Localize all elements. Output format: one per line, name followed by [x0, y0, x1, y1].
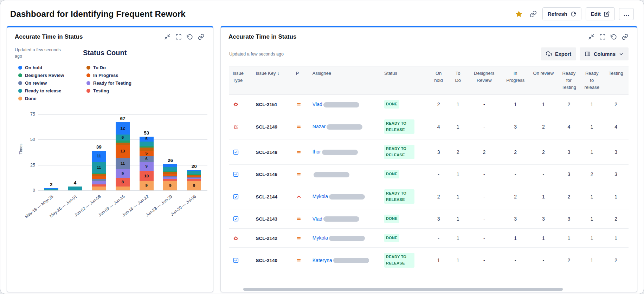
legend-item[interactable]: Done — [18, 96, 77, 101]
task-icon — [233, 171, 239, 177]
legend-item[interactable]: Ready to release — [18, 88, 77, 93]
task-icon — [233, 257, 239, 263]
status-count-cell: 3 — [428, 209, 449, 229]
y-tick-label: 50 — [23, 137, 35, 142]
segment-value-label: 9 — [122, 172, 124, 176]
column-header-designers-review[interactable]: Designers Review — [467, 66, 501, 95]
gadget-link-icon[interactable] — [621, 33, 629, 41]
status-count-cell: 2 — [529, 114, 558, 139]
column-header-on-review[interactable]: On review — [529, 66, 558, 95]
status-count-cell: 2 — [449, 139, 467, 165]
share-link-icon[interactable] — [528, 9, 538, 19]
y-tick-label: 25 — [23, 163, 35, 168]
segment-value-label: 11 — [97, 154, 101, 158]
assignee-link[interactable]: Nazar — [313, 124, 326, 129]
table-row: SCL-2142MykolaDONE-1-11111 — [229, 228, 629, 248]
fullscreen-icon[interactable] — [174, 33, 183, 41]
assignee-link[interactable]: Vlad — [313, 102, 322, 107]
status-count-cell: 1 — [580, 209, 603, 229]
issue-key: SCL-2149 — [256, 124, 277, 130]
status-count-cell: 3 — [558, 165, 580, 184]
segment-value-label: 10 — [144, 174, 149, 178]
assignee-link[interactable]: Ihor — [313, 149, 321, 155]
assignee-link[interactable]: Vlad — [313, 216, 322, 222]
bar: 4 — [63, 180, 87, 191]
column-header-assignee[interactable]: Assignee — [309, 66, 381, 95]
status-count-cell: 1 — [449, 95, 467, 114]
status-count-cell: - — [467, 184, 501, 209]
bar-segment: 11 — [92, 151, 106, 162]
fullscreen-icon[interactable] — [598, 33, 607, 41]
legend-label: Done — [25, 96, 37, 101]
column-header-testing[interactable]: Testing — [603, 66, 629, 95]
gadget-link-icon[interactable] — [197, 33, 205, 41]
panel-chart: Accurate Time in Status Updated a few se… — [7, 26, 213, 292]
bar-segment — [68, 187, 82, 191]
bar-total-label: 26 — [168, 158, 173, 163]
edit-pencil-icon — [604, 11, 610, 17]
bars-container: 2439111167891113612539109655269209 — [38, 109, 207, 190]
legend-item[interactable]: In Progress — [86, 73, 131, 78]
priority-medium-icon — [296, 124, 302, 130]
legend-label: Testing — [93, 88, 109, 93]
reload-gadget-icon[interactable] — [610, 33, 618, 41]
redacted-text — [333, 258, 369, 263]
segment-value-label: 11 — [121, 162, 125, 166]
panels-row: Accurate Time in Status Updated a few se… — [0, 25, 644, 294]
column-header-issue-type[interactable]: Issue Type — [229, 66, 252, 95]
bar-segment: 9 — [187, 181, 201, 190]
issue-key: SCL-2146 — [256, 172, 277, 177]
redacted-text — [329, 236, 365, 241]
legend-item[interactable]: To Do — [86, 65, 131, 70]
legend-dot — [86, 81, 90, 85]
task-icon — [233, 194, 239, 200]
collapse-icon[interactable] — [587, 33, 595, 41]
table-row: SCL-2151VladDONE21-11212 — [229, 95, 629, 114]
bar-total-label: 4 — [74, 180, 77, 185]
column-header-ready-to-release[interactable]: Ready to release — [580, 66, 603, 95]
legend-label: Designers Review — [25, 73, 64, 78]
scrollbar-thumb[interactable] — [243, 288, 563, 291]
status-count-cell: 2 — [501, 139, 529, 165]
assignee-link[interactable]: Kateryna — [313, 257, 332, 263]
horizontal-scrollbar[interactable] — [229, 288, 629, 291]
column-header-ready-for-testing[interactable]: Ready for Testing — [558, 66, 580, 95]
column-header-issue-key[interactable]: Issue Key↓ — [252, 66, 292, 95]
column-header-p[interactable]: P — [292, 66, 309, 95]
status-count-cell: 1 — [529, 95, 558, 114]
edit-button[interactable]: Edit — [586, 7, 615, 20]
assignee-link[interactable]: Mykola — [313, 194, 328, 199]
bar: 67891113612 — [111, 116, 135, 190]
column-header-on-hold[interactable]: On hold — [428, 66, 449, 95]
legend-item[interactable]: On review — [18, 80, 77, 86]
refresh-button[interactable]: Refresh — [542, 7, 581, 20]
issue-key: SCL-2151 — [256, 102, 277, 107]
status-count-cell: - — [467, 228, 501, 248]
favorite-star-icon[interactable] — [514, 9, 524, 19]
bar-segment — [140, 148, 154, 151]
bar-segment: 13 — [116, 145, 130, 158]
column-header-in-progress[interactable]: In Progress — [501, 66, 529, 95]
legend-label: On review — [25, 80, 47, 86]
legend-item[interactable]: On hold — [18, 65, 77, 70]
page-title: Dashboard for Identifying Frequent Rewor… — [10, 9, 186, 19]
more-options-button[interactable]: … — [619, 8, 634, 20]
column-header-to-do[interactable]: To Do — [449, 66, 467, 95]
bar-total-label: 67 — [120, 116, 125, 121]
collapse-icon[interactable] — [163, 33, 172, 41]
export-button[interactable]: Export — [541, 47, 576, 60]
priority-medium-icon — [296, 235, 302, 241]
column-header-status[interactable]: Status — [381, 66, 428, 95]
bar: 209 — [182, 164, 206, 190]
columns-button[interactable]: Columns — [580, 47, 629, 60]
legend-item[interactable]: Designers Review — [18, 73, 77, 78]
redacted-text — [329, 194, 365, 200]
y-tick-label: 75 — [23, 112, 35, 117]
status-count-cell: 1 — [449, 209, 467, 229]
legend-item[interactable]: Ready for Testing — [86, 80, 131, 86]
status-count-cell: 2 — [428, 95, 449, 114]
reload-gadget-icon[interactable] — [186, 33, 194, 41]
legend-item[interactable]: Testing — [86, 88, 131, 93]
assignee-link[interactable]: Mykola — [313, 235, 328, 241]
status-badge: DONE — [384, 215, 399, 223]
